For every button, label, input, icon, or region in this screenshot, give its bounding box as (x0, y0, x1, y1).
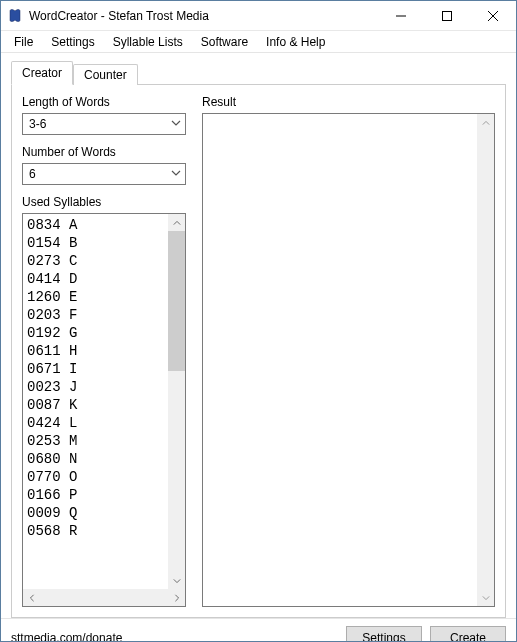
tab-panel-creator: Length of Words 3-6 Number of Words 6 Us… (11, 84, 506, 618)
syllables-label: Used Syllables (22, 195, 186, 209)
scroll-up-button[interactable] (477, 114, 494, 131)
settings-button[interactable]: Settings (346, 626, 422, 643)
maximize-button[interactable] (424, 1, 470, 30)
scroll-up-button[interactable] (168, 214, 185, 231)
result-label: Result (202, 95, 495, 109)
count-value: 6 (29, 167, 36, 181)
result-textbox[interactable] (202, 113, 495, 607)
content: Creator Counter Length of Words 3-6 Numb… (1, 53, 516, 618)
length-combo[interactable]: 3-6 (22, 113, 186, 135)
app-icon (7, 8, 23, 24)
scroll-right-button[interactable] (168, 589, 185, 606)
create-button[interactable]: Create (430, 626, 506, 643)
scroll-thumb[interactable] (168, 231, 185, 371)
menu-file[interactable]: File (5, 33, 42, 51)
chevron-down-icon (171, 117, 181, 131)
right-column: Result (202, 95, 495, 607)
length-value: 3-6 (29, 117, 46, 131)
count-label: Number of Words (22, 145, 186, 159)
titlebar: WordCreator - Stefan Trost Media (1, 1, 516, 31)
scroll-left-button[interactable] (23, 589, 40, 606)
tabstrip: Creator Counter (11, 61, 506, 85)
menu-syllable-lists[interactable]: Syllable Lists (104, 33, 192, 51)
menu-settings[interactable]: Settings (42, 33, 103, 51)
length-label: Length of Words (22, 95, 186, 109)
chevron-down-icon (171, 167, 181, 181)
donate-link[interactable]: sttmedia.com/donate (11, 631, 338, 643)
window-title: WordCreator - Stefan Trost Media (29, 9, 378, 23)
minimize-button[interactable] (378, 1, 424, 30)
menu-software[interactable]: Software (192, 33, 257, 51)
footer: sttmedia.com/donate Settings Create (1, 618, 516, 642)
tab-creator[interactable]: Creator (11, 61, 73, 85)
syllables-rows: 0834 A 0154 B 0273 C 0414 D 1260 E 0203 … (23, 214, 168, 589)
window-controls (378, 1, 516, 30)
scroll-down-button[interactable] (168, 572, 185, 589)
result-text (203, 114, 477, 606)
menubar: File Settings Syllable Lists Software In… (1, 31, 516, 53)
count-combo[interactable]: 6 (22, 163, 186, 185)
vertical-scrollbar[interactable] (168, 214, 185, 589)
tab-counter[interactable]: Counter (73, 64, 138, 85)
close-button[interactable] (470, 1, 516, 30)
svg-rect-1 (443, 11, 452, 20)
scroll-down-button[interactable] (477, 589, 494, 606)
vertical-scrollbar[interactable] (477, 114, 494, 606)
menu-info-help[interactable]: Info & Help (257, 33, 334, 51)
left-column: Length of Words 3-6 Number of Words 6 Us… (22, 95, 186, 607)
horizontal-scrollbar[interactable] (23, 589, 185, 606)
syllables-listbox[interactable]: 0834 A 0154 B 0273 C 0414 D 1260 E 0203 … (22, 213, 186, 607)
